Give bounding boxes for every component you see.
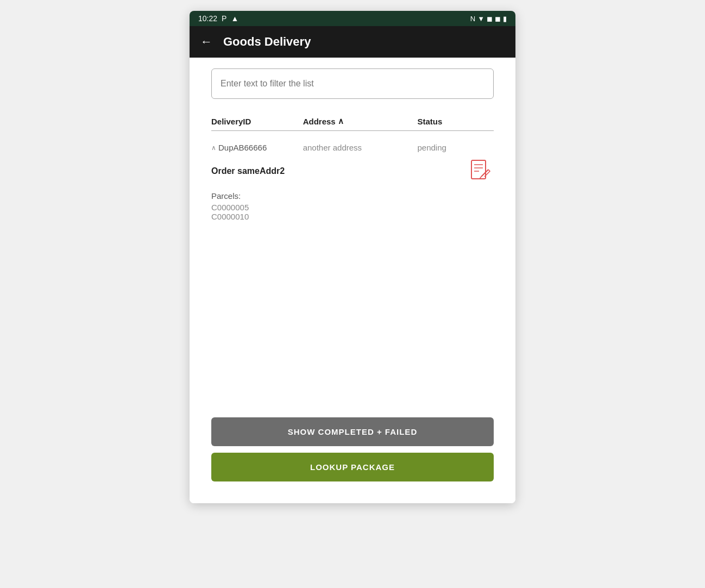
wifi-icon: ▼ bbox=[477, 15, 484, 23]
delivery-id: DupAB66666 bbox=[218, 143, 267, 152]
show-completed-button[interactable]: SHOW COMPLETED + FAILED bbox=[211, 417, 494, 446]
filter-wrapper bbox=[211, 68, 494, 99]
signal-icon-2: ◼ bbox=[495, 15, 501, 23]
col-header-address[interactable]: Address ∧ bbox=[303, 116, 418, 126]
nfc-icon: N bbox=[470, 15, 475, 23]
app-bar: ← Goods Delivery bbox=[190, 26, 515, 58]
status-bar-right: N ▼ ◼ ◼ ▮ bbox=[470, 15, 507, 23]
parcel-id-2: C0000010 bbox=[211, 212, 494, 221]
col-header-status: Status bbox=[417, 117, 494, 126]
parcel-id-1: C0000005 bbox=[211, 203, 494, 212]
status-time: 10:22 bbox=[198, 14, 217, 23]
table-header: DeliveryID Address ∧ Status bbox=[211, 112, 494, 131]
lookup-package-button[interactable]: LOOKUP PACKAGE bbox=[211, 453, 494, 481]
status-p-icon: P bbox=[222, 14, 226, 23]
sort-asc-icon: ∧ bbox=[338, 116, 344, 126]
order-header: Order sameAddr2 bbox=[211, 158, 494, 185]
order-label: Order sameAddr2 bbox=[211, 166, 285, 176]
filter-input[interactable] bbox=[211, 68, 494, 99]
phone-frame: 10:22 P ▲ N ▼ ◼ ◼ ▮ ← Goods Delivery Del… bbox=[190, 11, 515, 503]
parcels-label: Parcels: bbox=[211, 191, 494, 201]
page-title: Goods Delivery bbox=[223, 35, 311, 49]
edit-document-icon bbox=[469, 159, 491, 183]
delivery-id-cell: ∧ DupAB66666 bbox=[211, 143, 303, 152]
status-bar: 10:22 P ▲ N ▼ ◼ ◼ ▮ bbox=[190, 11, 515, 26]
parcels-section: Parcels: C0000005 C0000010 bbox=[211, 191, 494, 221]
delivery-summary[interactable]: ∧ DupAB66666 another address pending bbox=[211, 143, 494, 152]
delivery-status-cell: pending bbox=[417, 143, 494, 152]
back-button[interactable]: ← bbox=[200, 35, 212, 49]
svg-rect-0 bbox=[471, 160, 486, 179]
edit-delivery-button[interactable] bbox=[467, 158, 494, 185]
chevron-up-icon: ∧ bbox=[211, 144, 216, 152]
status-bar-left: 10:22 P ▲ bbox=[198, 14, 238, 23]
table-row: ∧ DupAB66666 another address pending Ord… bbox=[211, 137, 494, 232]
status-alert-icon: ▲ bbox=[231, 14, 238, 23]
order-details: Order sameAddr2 bbox=[211, 158, 494, 227]
content-area: DeliveryID Address ∧ Status ∧ DupAB66666… bbox=[190, 58, 515, 503]
delivery-address-cell: another address bbox=[303, 143, 418, 152]
signal-icon: ◼ bbox=[487, 15, 493, 23]
col-header-delivery-id: DeliveryID bbox=[211, 117, 303, 126]
battery-icon: ▮ bbox=[503, 15, 507, 23]
bottom-actions: SHOW COMPLETED + FAILED LOOKUP PACKAGE bbox=[211, 396, 494, 492]
